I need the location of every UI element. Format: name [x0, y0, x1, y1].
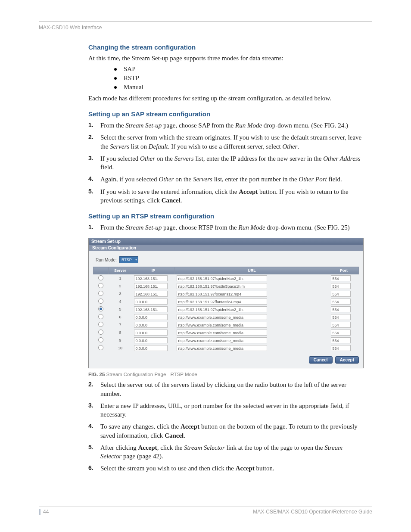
- section-sap-title: Setting up an SAP stream configuration: [88, 110, 364, 118]
- table-header: URL: [175, 267, 329, 274]
- ip-input[interactable]: 0.0.0.0: [134, 314, 168, 320]
- server-radio[interactable]: [98, 345, 103, 350]
- server-radio[interactable]: [98, 322, 103, 327]
- port-input[interactable]: 554: [331, 299, 351, 305]
- server-number: 6: [109, 313, 132, 321]
- server-number: 5: [109, 305, 132, 313]
- runmode-label: Run Mode:: [96, 258, 117, 262]
- table-row: 100.0.0.0rtsp://www.example.com/some_med…: [93, 344, 359, 352]
- ip-input[interactable]: 192.168.151.: [134, 283, 168, 289]
- server-radio[interactable]: [98, 291, 103, 296]
- panel-subtitle: Stream Configuration: [89, 245, 363, 251]
- server-number: 9: [109, 336, 132, 344]
- page-number: 44: [39, 509, 49, 515]
- ip-input[interactable]: 192.168.151.: [134, 291, 168, 297]
- accept-button[interactable]: Accept: [335, 356, 359, 364]
- step-item: If you selected Other on the Servers lis…: [88, 154, 364, 172]
- section1-outro: Each mode has different procedures for s…: [88, 94, 364, 103]
- port-input[interactable]: 554: [331, 322, 351, 328]
- port-input[interactable]: 554: [331, 314, 351, 320]
- table-header: [93, 267, 109, 274]
- ip-input[interactable]: 0.0.0.0: [134, 299, 168, 305]
- panel-title: Stream Set-up: [89, 238, 363, 245]
- figure-caption: FIG. 25 Stream Configuration Page - RTSP…: [88, 372, 364, 377]
- server-radio[interactable]: [98, 299, 103, 304]
- step-item: Again, if you selected Other on the Serv…: [88, 175, 364, 184]
- server-radio[interactable]: [98, 330, 103, 335]
- step-item: Select the server out of the servers lis…: [88, 380, 364, 398]
- table-row: 90.0.0.0rtsp://www.example.com/some_medi…: [93, 336, 359, 344]
- config-table: ServerIPURLPort 1192.168.151.rtsp://192.…: [93, 267, 359, 352]
- bullet-item: RSTP: [114, 75, 364, 82]
- url-input[interactable]: rtsp://www.example.com/some_media: [177, 337, 267, 343]
- bullet-item: SAP: [114, 65, 364, 73]
- ip-input[interactable]: 192.168.151.: [134, 306, 168, 312]
- footer-guide: MAX-CSE/MAX-CSD10 Operation/Reference Gu…: [253, 509, 372, 515]
- server-radio[interactable]: [98, 314, 103, 319]
- step-item: From the Stream Set-up page, choose SAP …: [88, 121, 364, 130]
- ip-input[interactable]: 0.0.0.0: [134, 345, 168, 351]
- url-input[interactable]: rtsp://www.example.com/some_media: [177, 345, 267, 351]
- port-input[interactable]: 554: [331, 337, 351, 343]
- header-label: MAX-CSD10 Web Interface: [39, 25, 372, 31]
- step-item: From the Stream Set-up page, choose RTSP…: [88, 223, 364, 232]
- url-input[interactable]: rtsp://192.168.151.97/spiderMan2_1h.: [177, 275, 267, 281]
- url-input[interactable]: rtsp://192.168.151.97/spiderMan2_1h.: [177, 306, 267, 312]
- table-row: 70.0.0.0rtsp://www.example.com/some_medi…: [93, 321, 359, 329]
- url-input[interactable]: rtsp://www.example.com/some_media: [177, 322, 267, 328]
- server-radio[interactable]: [98, 275, 103, 280]
- ip-input[interactable]: 192.168.151.: [134, 275, 168, 281]
- port-input[interactable]: 554: [331, 306, 351, 312]
- step-item: If you wish to save the entered informat…: [88, 187, 364, 205]
- port-input[interactable]: 554: [331, 283, 351, 289]
- server-number: 4: [109, 298, 132, 305]
- step-item: Select the stream you wish to use and th…: [88, 464, 364, 473]
- cancel-button[interactable]: Cancel: [309, 356, 333, 364]
- section-changing-title: Changing the stream configuration: [88, 44, 364, 51]
- section-rtsp-title: Setting up an RTSP stream configuration: [88, 212, 364, 220]
- table-row: 80.0.0.0rtsp://www.example.com/some_medi…: [93, 329, 359, 336]
- url-input[interactable]: rtsp://www.example.com/some_media: [177, 330, 267, 336]
- server-radio[interactable]: [98, 283, 103, 288]
- step-item: Select the server from which the stream …: [88, 133, 364, 151]
- server-radio[interactable]: [98, 337, 103, 342]
- url-input[interactable]: rtsp://www.example.com/some_media: [177, 314, 267, 320]
- server-number: 3: [109, 290, 132, 298]
- table-row: 5192.168.151.rtsp://192.168.151.97/spide…: [93, 305, 359, 313]
- table-row: 2192.168.151.rtsp://192.168.151.97/lostI…: [93, 282, 359, 290]
- url-input[interactable]: rtsp://192.168.151.97/oceans12.mp4: [177, 291, 267, 297]
- figure-25: Stream Set-up Stream Configuration Run M…: [88, 238, 364, 377]
- server-radio[interactable]: [98, 306, 103, 311]
- bullet-item: Manual: [114, 84, 364, 91]
- server-number: 8: [109, 329, 132, 336]
- ip-input[interactable]: 0.0.0.0: [134, 330, 168, 336]
- ip-input[interactable]: 0.0.0.0: [134, 322, 168, 328]
- table-row: 40.0.0.0rtsp://192.168.151.97/fantastic4…: [93, 298, 359, 305]
- server-number: 1: [109, 274, 132, 283]
- server-number: 2: [109, 282, 132, 290]
- section1-intro: At this time, the Stream Set-up page sup…: [88, 54, 364, 63]
- step-item: Enter a new IP addresses, URL, or port n…: [88, 401, 364, 419]
- runmode-select[interactable]: RTSP: [119, 256, 138, 263]
- url-input[interactable]: rtsp://192.168.151.97/fantastic4.mp4: [177, 299, 267, 305]
- server-number: 10: [109, 344, 132, 352]
- url-input[interactable]: rtsp://192.168.151.97/lostInSpace1h.m: [177, 283, 267, 289]
- step-item: To save any changes, click the Accept bu…: [88, 422, 364, 440]
- table-header: Server: [109, 267, 132, 274]
- table-row: 60.0.0.0rtsp://www.example.com/some_medi…: [93, 313, 359, 321]
- port-input[interactable]: 554: [331, 345, 351, 351]
- port-input[interactable]: 554: [331, 275, 351, 281]
- port-input[interactable]: 554: [331, 291, 351, 297]
- table-header: IP: [132, 267, 175, 274]
- ip-input[interactable]: 0.0.0.0: [134, 337, 168, 343]
- table-header: Port: [329, 267, 359, 274]
- table-row: 1192.168.151.rtsp://192.168.151.97/spide…: [93, 274, 359, 283]
- server-number: 7: [109, 321, 132, 329]
- port-input[interactable]: 554: [331, 330, 351, 336]
- table-row: 3192.168.151.rtsp://192.168.151.97/ocean…: [93, 290, 359, 298]
- step-item: After clicking Accept, click the Stream …: [88, 443, 364, 461]
